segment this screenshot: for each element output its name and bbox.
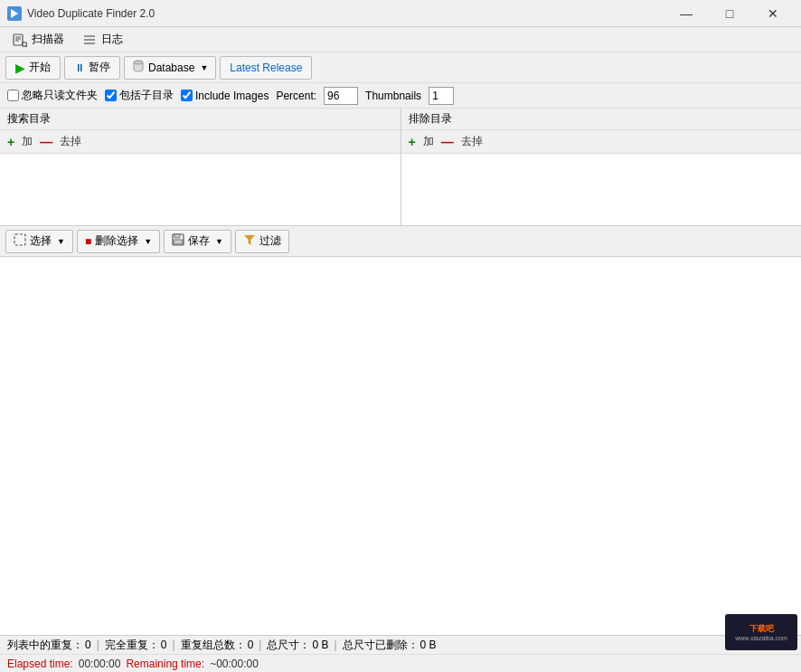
full-duplicates-label: 完全重复： (105, 638, 159, 653)
window-controls: — □ ✕ (665, 0, 794, 27)
directory-panels: 搜索目录 + 加 — 去掉 排除目录 + 加 — 去掉 (0, 109, 801, 226)
search-dir-header: 搜索目录 (0, 109, 400, 130)
database-label: Database (148, 62, 194, 74)
save-chevron: ▼ (215, 237, 223, 246)
exclude-dir-add-button[interactable]: + (407, 135, 418, 149)
include-images-input[interactable] (181, 90, 193, 101)
delete-icon: ■ (85, 235, 91, 248)
include-subdirs-input[interactable] (105, 90, 117, 101)
include-subdirs-checkbox[interactable]: 包括子目录 (105, 88, 174, 103)
search-dir-add-label: 加 (22, 134, 33, 149)
menu-bar: 扫描器 日志 (0, 27, 801, 52)
list-duplicates-value: 0 (85, 639, 91, 651)
title-bar: Video Duplicate Finder 2.0 — □ ✕ (0, 0, 801, 27)
minimize-button[interactable]: — (665, 0, 707, 27)
app-icon (7, 6, 22, 21)
percent-input[interactable] (324, 87, 358, 105)
start-label: 开始 (29, 60, 51, 75)
percent-label: Percent: (276, 90, 316, 102)
save-button[interactable]: 保存 ▼ (164, 230, 231, 253)
delete-label: 删除选择 (95, 233, 138, 249)
total-size-label: 总尺寸： (267, 638, 310, 653)
ignore-readonly-label: 忽略只读文件夹 (22, 88, 98, 103)
db-icon (132, 60, 145, 75)
start-button[interactable]: ▶ 开始 (5, 56, 61, 80)
watermark: 下载吧 www.xiazaiba.com (725, 614, 797, 650)
filter-button[interactable]: 过滤 (235, 230, 289, 253)
remaining-value: ~00:00:00 (210, 658, 259, 670)
select-button[interactable]: 选择 ▼ (5, 230, 73, 253)
exclude-dir-header: 排除目录 (401, 109, 802, 130)
exclude-dir-panel: 排除目录 + 加 — 去掉 (401, 109, 802, 225)
ignore-readonly-input[interactable] (7, 90, 19, 101)
ignore-readonly-checkbox[interactable]: 忽略只读文件夹 (7, 88, 98, 103)
database-button[interactable]: Database ▼ (124, 56, 216, 80)
menu-scanner[interactable]: 扫描器 (4, 28, 73, 51)
action-toolbar: 选择 ▼ ■ 删除选择 ▼ 保存 ▼ 过滤 (0, 226, 801, 257)
options-bar: 忽略只读文件夹 包括子目录 Include Images Percent: Th… (0, 83, 801, 109)
svg-line-7 (26, 45, 27, 46)
scanner-icon (13, 33, 27, 47)
filter-icon (243, 233, 256, 249)
svg-rect-2 (14, 34, 23, 45)
main-toolbar: ▶ 开始 ⏸ 暂停 Database ▼ Latest Release (0, 52, 801, 83)
total-size-value: 0 B (312, 639, 328, 651)
remaining-label: Remaining time: (126, 658, 204, 670)
select-chevron: ▼ (57, 237, 65, 246)
watermark-line1: 下载吧 (749, 623, 774, 635)
close-button[interactable]: ✕ (752, 0, 794, 27)
app-title: Video Duplicate Finder 2.0 (27, 7, 665, 20)
dup-groups-label: 重复组总数： (181, 638, 246, 653)
include-images-label: Include Images (195, 90, 269, 102)
elapsed-value: 00:00:00 (79, 658, 121, 670)
search-dir-content (0, 154, 400, 225)
delete-chevron: ▼ (144, 237, 152, 246)
save-icon (172, 233, 184, 249)
exclude-dir-remove-label: 去掉 (461, 134, 483, 149)
total-size-deleted-label: 总尺寸已删除： (343, 638, 419, 653)
search-dir-toolbar: + 加 — 去掉 (0, 130, 400, 154)
database-chevron: ▼ (200, 63, 208, 72)
delete-button[interactable]: ■ 删除选择 ▼ (77, 230, 160, 253)
svg-marker-17 (244, 235, 255, 245)
include-subdirs-label: 包括子目录 (119, 88, 174, 103)
watermark-line2: www.xiazaiba.com (735, 635, 787, 641)
svg-rect-15 (174, 234, 180, 238)
search-dir-title: 搜索目录 (7, 112, 51, 125)
menu-scanner-label: 扫描器 (32, 32, 64, 47)
exclude-dir-toolbar: + 加 — 去掉 (401, 130, 802, 154)
exclude-dir-remove-button[interactable]: — (439, 135, 456, 149)
total-size-deleted-value: 0 B (420, 639, 437, 651)
exclude-dir-content (401, 154, 802, 225)
search-dir-add-button[interactable]: + (5, 135, 16, 149)
search-dir-remove-label: 去掉 (60, 134, 81, 149)
select-icon (14, 233, 26, 249)
latest-release-button[interactable]: Latest Release (220, 56, 312, 80)
log-icon (82, 33, 97, 47)
pause-button[interactable]: ⏸ 暂停 (64, 56, 120, 80)
search-dir-remove-button[interactable]: — (38, 135, 54, 149)
svg-rect-16 (174, 240, 183, 244)
thumbnails-label: Thumbnails (365, 90, 421, 102)
play-icon: ▶ (15, 61, 25, 75)
pause-icon: ⏸ (74, 62, 85, 74)
menu-log[interactable]: 日志 (73, 28, 132, 51)
save-label: 保存 (188, 233, 210, 249)
dup-groups-value: 0 (248, 639, 254, 651)
menu-log-label: 日志 (101, 32, 123, 47)
results-area (0, 257, 801, 635)
pause-label: 暂停 (89, 60, 110, 75)
status-row-2: Elapsed time: 00:00:00 Remaining time: ~… (0, 654, 801, 672)
list-duplicates-label: 列表中的重复： (7, 638, 83, 653)
elapsed-label: Elapsed time: (7, 658, 73, 670)
filter-label: 过滤 (259, 233, 281, 249)
svg-rect-13 (14, 234, 25, 245)
exclude-dir-add-label: 加 (423, 134, 434, 149)
include-images-checkbox[interactable]: Include Images (181, 90, 269, 102)
exclude-dir-title: 排除目录 (409, 112, 452, 125)
thumbnails-input[interactable] (429, 87, 454, 105)
status-bar: 列表中的重复： 0 | 完全重复： 0 | 重复组总数： 0 | 总尺寸： 0 … (0, 635, 801, 672)
maximize-button[interactable]: □ (709, 0, 750, 27)
svg-point-12 (134, 61, 143, 64)
select-label: 选择 (30, 233, 52, 249)
